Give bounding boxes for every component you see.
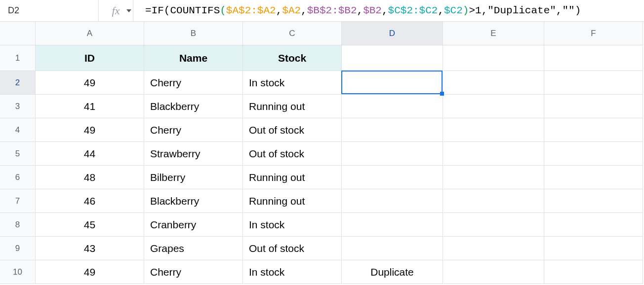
formula-token: $B2 (363, 5, 382, 16)
row-header-5[interactable]: 5 (0, 142, 36, 166)
cell-E2[interactable] (443, 71, 544, 95)
cell-F10[interactable] (544, 260, 643, 284)
row-header-7[interactable]: 7 (0, 189, 36, 213)
cell-D10[interactable]: Duplicate (342, 260, 443, 284)
column-headers: ABCDEF (36, 22, 643, 45)
cell-A3[interactable]: 41 (36, 95, 144, 118)
cell-F2[interactable] (544, 71, 643, 95)
formula-token: $C$2:$C2 (388, 5, 438, 16)
column-header-F[interactable]: F (544, 22, 643, 45)
cell-E8[interactable] (443, 213, 544, 237)
cell-D6[interactable] (342, 166, 443, 189)
cell-B6[interactable]: Bilberry (144, 166, 243, 189)
row-header-3[interactable]: 3 (0, 95, 36, 118)
cell-A7[interactable]: 46 (36, 189, 144, 213)
cell-C3[interactable]: Running out (243, 95, 342, 118)
fx-label-container: fx (99, 0, 133, 21)
formula-token: ) (575, 5, 581, 16)
formula-token: $A2 (282, 5, 301, 16)
formula-token: ( (220, 5, 226, 16)
cell-B7[interactable]: Blackberry (144, 189, 243, 213)
cell-E1[interactable] (443, 45, 544, 71)
formula-token: >1,"Duplicate","" (469, 5, 574, 16)
cell-C1[interactable]: Stock (243, 45, 342, 71)
fx-icon: fx (112, 4, 120, 17)
formula-token: COUNTIFS (170, 5, 220, 16)
cell-F6[interactable] (544, 166, 643, 189)
name-box-container[interactable] (0, 0, 99, 21)
column-header-D[interactable]: D (342, 22, 443, 45)
formula-bar: fx =IF(COUNTIFS($A$2:$A2,$A2,$B$2:$B2,$B… (0, 0, 644, 22)
column-header-B[interactable]: B (144, 22, 243, 45)
cell-B10[interactable]: Cherry (144, 260, 243, 284)
row-header-1[interactable]: 1 (0, 45, 36, 71)
cell-F3[interactable] (544, 95, 643, 118)
cell-A9[interactable]: 43 (36, 237, 144, 260)
cell-A1[interactable]: ID (36, 45, 144, 71)
row-header-2[interactable]: 2 (0, 71, 36, 95)
cell-D3[interactable] (342, 95, 443, 118)
formula-token: ( (164, 5, 170, 16)
row-header-9[interactable]: 9 (0, 237, 36, 260)
spreadsheet-grid: ABCDEF 1IDNameStock249CherryIn stock341B… (0, 22, 644, 284)
cell-D4[interactable] (342, 118, 443, 142)
cell-C4[interactable]: Out of stock (243, 118, 342, 142)
formula-token: , (382, 5, 388, 16)
cell-A2[interactable]: 49 (36, 71, 144, 95)
cell-D7[interactable] (342, 189, 443, 213)
cell-C9[interactable]: Out of stock (243, 237, 342, 260)
cell-C5[interactable]: Out of stock (243, 142, 342, 166)
cell-E6[interactable] (443, 166, 544, 189)
cell-A8[interactable]: 45 (36, 213, 144, 237)
cell-F8[interactable] (544, 213, 643, 237)
cell-C8[interactable]: In stock (243, 213, 342, 237)
cell-E5[interactable] (443, 142, 544, 166)
cell-F7[interactable] (544, 189, 643, 213)
cell-A10[interactable]: 49 (36, 260, 144, 284)
cell-D2[interactable] (342, 71, 443, 95)
formula-token: ) (463, 5, 469, 16)
cell-B8[interactable]: Cranberry (144, 213, 243, 237)
cell-F1[interactable] (544, 45, 643, 71)
formula-token: $C2 (444, 5, 463, 16)
cell-E4[interactable] (443, 118, 544, 142)
row-header-6[interactable]: 6 (0, 166, 36, 189)
column-header-A[interactable]: A (36, 22, 144, 45)
cell-C7[interactable]: Running out (243, 189, 342, 213)
row-header-10[interactable]: 10 (0, 260, 36, 284)
formula-token: $A$2:$A2 (226, 5, 276, 16)
formula-token: , (357, 5, 363, 16)
column-header-E[interactable]: E (443, 22, 544, 45)
cell-B9[interactable]: Grapes (144, 237, 243, 260)
cell-F4[interactable] (544, 118, 643, 142)
cell-A5[interactable]: 44 (36, 142, 144, 166)
formula-token: , (276, 5, 282, 16)
formula-token: , (301, 5, 307, 16)
row-header-4[interactable]: 4 (0, 118, 36, 142)
formula-token: , (438, 5, 444, 16)
cell-D1[interactable] (342, 45, 443, 71)
cell-B2[interactable]: Cherry (144, 71, 243, 95)
cell-D9[interactable] (342, 237, 443, 260)
formula-input[interactable]: =IF(COUNTIFS($A$2:$A2,$A2,$B$2:$B2,$B2,$… (133, 0, 644, 21)
cell-C10[interactable]: In stock (243, 260, 342, 284)
cell-F9[interactable] (544, 237, 643, 260)
cell-B5[interactable]: Strawberry (144, 142, 243, 166)
select-all-corner[interactable] (0, 22, 36, 45)
cell-A6[interactable]: 48 (36, 166, 144, 189)
cell-C6[interactable]: Running out (243, 166, 342, 189)
cell-E7[interactable] (443, 189, 544, 213)
cell-B3[interactable]: Blackberry (144, 95, 243, 118)
cell-E3[interactable] (443, 95, 544, 118)
row-header-8[interactable]: 8 (0, 213, 36, 237)
cell-B4[interactable]: Cherry (144, 118, 243, 142)
cell-D8[interactable] (342, 213, 443, 237)
cell-D5[interactable] (342, 142, 443, 166)
cell-A4[interactable]: 49 (36, 118, 144, 142)
cell-F5[interactable] (544, 142, 643, 166)
cell-C2[interactable]: In stock (243, 71, 342, 95)
cell-E9[interactable] (443, 237, 544, 260)
cell-E10[interactable] (443, 260, 544, 284)
cell-B1[interactable]: Name (144, 45, 243, 71)
column-header-C[interactable]: C (243, 22, 342, 45)
